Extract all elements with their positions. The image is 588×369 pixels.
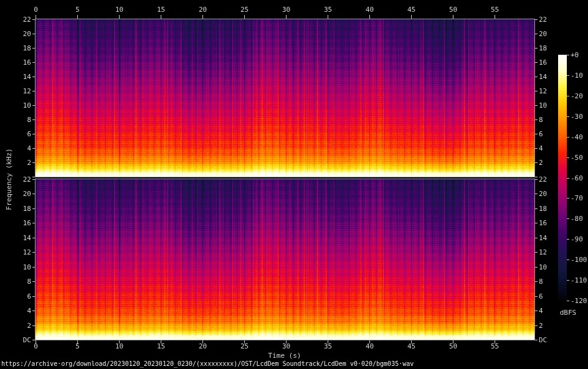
- time-tick-label-top: 55: [491, 6, 499, 13]
- freq-tick-label-left: 12: [12, 88, 31, 95]
- freq-tick-label-right: 4: [539, 307, 543, 314]
- freq-tick-label-right: 14: [539, 235, 547, 241]
- freq-tick-label-right: 2: [539, 322, 543, 329]
- time-tick-label-top: 0: [34, 6, 38, 13]
- freq-tick-label-left: 4: [12, 307, 31, 314]
- time-tick-label-bottom: 20: [199, 343, 207, 350]
- freq-tick-label-right: 16: [539, 59, 547, 66]
- frequency-axis-title: Frequency (kHz): [6, 148, 12, 210]
- colorbar-tick-label: -20: [571, 93, 583, 100]
- time-tick-label-top: 50: [449, 6, 457, 13]
- freq-tick-label-right: 2: [539, 159, 543, 166]
- time-tick-label-top: 10: [115, 6, 123, 13]
- colorbar-unit-label: dBFS: [560, 309, 577, 316]
- colorbar-tick-label: -40: [571, 134, 583, 141]
- freq-tick-label-left: 16: [12, 59, 31, 66]
- freq-tick-label-right: 20: [539, 30, 547, 37]
- freq-tick-label-right: 22: [539, 176, 547, 183]
- colorbar-tick-label: -100: [571, 256, 587, 263]
- freq-tick-label-right: 4: [539, 145, 543, 152]
- freq-tick-label-left: 20: [12, 30, 31, 37]
- freq-tick-label-left: 2: [12, 159, 31, 166]
- freq-tick-label-left: 20: [12, 190, 31, 197]
- freq-tick-label-left: 14: [12, 235, 31, 241]
- freq-tick-label-left: 16: [12, 220, 31, 227]
- time-tick-label-bottom: 5: [75, 343, 80, 350]
- time-tick-label-top: 25: [240, 6, 249, 13]
- spectrogram-canvas: [0, 0, 588, 369]
- freq-tick-label-right: 8: [539, 278, 543, 285]
- freq-tick-label-left: 18: [12, 205, 31, 212]
- time-tick-label-bottom: 15: [157, 343, 165, 350]
- freq-tick-label-right: 18: [539, 45, 547, 52]
- colorbar-tick-label: -60: [571, 175, 583, 182]
- freq-tick-label-right: 18: [539, 205, 547, 212]
- time-tick-label-bottom: 10: [115, 343, 123, 350]
- freq-tick-label-left: 14: [12, 73, 31, 80]
- source-url-caption: https://archive·org/download/20230120_20…: [1, 360, 414, 367]
- freq-tick-label-left: 4: [12, 145, 31, 152]
- time-tick-label-top: 20: [199, 6, 207, 13]
- time-tick-label-top: 30: [282, 6, 290, 13]
- colorbar-tick-label: -50: [571, 154, 583, 161]
- freq-tick-label-left: 8: [12, 278, 31, 285]
- colorbar-tick-label: +0: [571, 52, 579, 58]
- freq-tick-label-left: 22: [12, 176, 31, 183]
- colorbar-tick-label: -120: [571, 297, 587, 304]
- time-tick-label-bottom: 55: [491, 343, 499, 350]
- colorbar-tick-label: -10: [571, 72, 583, 79]
- colorbar-tick-label: -110: [571, 277, 587, 284]
- time-tick-label-bottom: 30: [282, 343, 290, 350]
- time-tick-label-top: 45: [407, 6, 415, 13]
- colorbar-tick-label: -90: [571, 236, 583, 243]
- freq-tick-label-right: 6: [539, 293, 543, 300]
- freq-tick-label-right: 12: [539, 249, 547, 256]
- time-tick-label-bottom: 0: [34, 343, 38, 350]
- time-tick-label-top: 15: [157, 6, 165, 13]
- freq-tick-label-left: 18: [12, 45, 31, 52]
- freq-tick-label-right: 20: [539, 190, 547, 197]
- freq-tick-label-left: 10: [12, 102, 31, 109]
- freq-tick-label-right: 22: [539, 16, 547, 23]
- time-tick-label-bottom: 25: [240, 343, 249, 350]
- colorbar-tick-label: -30: [571, 113, 583, 120]
- colorbar-tick-label: -70: [571, 195, 583, 202]
- time-tick-label-bottom: 40: [366, 343, 374, 350]
- time-tick-label-bottom: 45: [407, 343, 415, 350]
- freq-tick-label-left: 10: [12, 264, 31, 271]
- freq-tick-label-right: 6: [539, 131, 543, 138]
- freq-tick-label-left: DC: [12, 337, 31, 343]
- freq-tick-label-right: DC: [539, 337, 547, 343]
- time-tick-label-top: 40: [366, 6, 374, 13]
- time-tick-label-top: 35: [324, 6, 332, 13]
- time-tick-label-top: 5: [75, 6, 80, 13]
- freq-tick-label-left: 6: [12, 131, 31, 138]
- freq-tick-label-right: 8: [539, 116, 543, 123]
- freq-tick-label-left: 22: [12, 16, 31, 23]
- freq-tick-label-right: 14: [539, 73, 547, 80]
- freq-tick-label-left: 8: [12, 116, 31, 123]
- freq-tick-label-right: 10: [539, 102, 547, 109]
- colorbar-tick-label: -80: [571, 215, 583, 222]
- time-tick-label-bottom: 35: [324, 343, 332, 350]
- freq-tick-label-right: 12: [539, 88, 547, 95]
- freq-tick-label-left: 6: [12, 293, 31, 300]
- freq-tick-label-right: 16: [539, 220, 547, 227]
- time-tick-label-bottom: 50: [449, 343, 457, 350]
- freq-tick-label-right: 10: [539, 264, 547, 271]
- spectrogram-window: 0055101015152020252530303535404045455050…: [0, 0, 588, 369]
- time-axis-title: Time (s): [268, 352, 301, 359]
- freq-tick-label-left: 12: [12, 249, 31, 256]
- freq-tick-label-left: 2: [12, 322, 31, 329]
